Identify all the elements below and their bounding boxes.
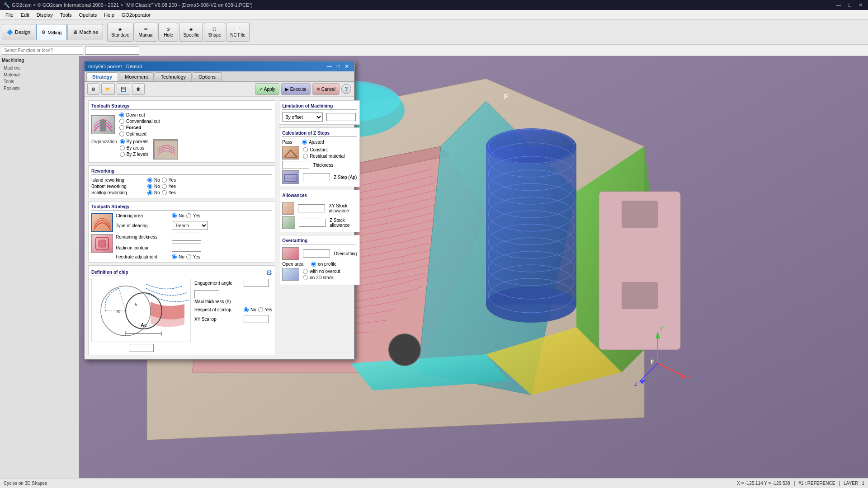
sidebar-item-machine[interactable]: Machine: [2, 65, 77, 71]
menu-display[interactable]: Display: [33, 11, 57, 19]
remaining-thickness-input[interactable]: 3.0000: [172, 233, 201, 241]
down-cut-label[interactable]: Down cut: [126, 113, 145, 117]
cancel-button[interactable]: ✕ Cancel: [312, 83, 340, 95]
xy-stock-input[interactable]: 0.0000: [298, 204, 325, 212]
residual-radio[interactable]: [303, 154, 308, 159]
conventional-cut-radio[interactable]: [119, 119, 124, 124]
apply-button[interactable]: ✓ Apply: [255, 83, 279, 95]
thickness-input[interactable]: 0.0000: [282, 161, 309, 169]
radii-contour-input[interactable]: 0.0000: [172, 244, 201, 252]
by-areas-radio[interactable]: [120, 145, 125, 150]
optimized-radio[interactable]: [119, 131, 124, 136]
island-no-radio[interactable]: [147, 178, 152, 183]
with-no-overcut-radio[interactable]: [303, 269, 308, 274]
by-z-levels-radio[interactable]: [120, 152, 125, 157]
on-profile-radio[interactable]: [311, 262, 316, 267]
maxi-thickness-input[interactable]: 0.1000: [194, 290, 219, 298]
feedrate-no-radio[interactable]: [172, 254, 177, 259]
type-clearing-select[interactable]: Trench Standard: [172, 221, 208, 230]
feedrate-yes-label[interactable]: Yes: [193, 254, 200, 259]
menu-go2operator[interactable]: GO2operator: [118, 11, 154, 19]
strategy-icon-1[interactable]: [91, 213, 113, 232]
ae-value-input[interactable]: 3.7500: [129, 344, 154, 352]
chip-settings-icon[interactable]: ⚙: [266, 268, 272, 277]
respect-yes-label[interactable]: Yes: [265, 307, 272, 312]
scallop-no-label[interactable]: No: [154, 190, 160, 195]
forced-radio[interactable]: [119, 125, 124, 130]
on-profile-label[interactable]: on profile: [318, 262, 336, 267]
optimized-label[interactable]: Optimized: [126, 131, 146, 136]
btn-manual[interactable]: ✏ Manual: [135, 23, 158, 42]
z-stock-input[interactable]: 0.0000: [299, 219, 326, 227]
bottom-yes-label[interactable]: Yes: [169, 184, 176, 189]
constant-label[interactable]: Constant: [310, 147, 328, 152]
tab-milling[interactable]: ⚙ Milling: [36, 24, 66, 40]
z-step-input[interactable]: 0.0000: [303, 173, 330, 181]
dialog-tab-technology[interactable]: Technology: [155, 72, 192, 81]
by-areas-label[interactable]: By areas: [127, 145, 144, 150]
respect-no-radio[interactable]: [244, 307, 249, 312]
sidebar-item-material[interactable]: Material: [2, 71, 77, 78]
search-input[interactable]: [2, 47, 83, 55]
xy-scallop-input[interactable]: 0.0000: [244, 315, 269, 323]
menu-help[interactable]: Help: [100, 11, 118, 19]
adjusted-radio[interactable]: [302, 140, 307, 145]
bottom-no-label[interactable]: No: [154, 184, 160, 189]
on-3d-stock-radio[interactable]: [303, 275, 308, 280]
respect-yes-radio[interactable]: [258, 307, 263, 312]
limitation-type-select[interactable]: By offset By contour: [282, 113, 323, 122]
respect-no-label[interactable]: No: [250, 307, 256, 312]
dialog-tab-options[interactable]: Options: [193, 72, 222, 81]
btn-specific[interactable]: ◈ Specific: [179, 23, 203, 42]
dialog-tab-strategy[interactable]: Strategy: [86, 72, 118, 81]
dialog-maximize-btn[interactable]: □: [335, 63, 341, 70]
help-button[interactable]: ?: [341, 84, 351, 94]
toolbar-settings-btn[interactable]: ⚙: [87, 83, 99, 95]
down-cut-radio[interactable]: [119, 113, 124, 117]
clearing-yes-radio[interactable]: [186, 213, 191, 218]
by-pockets-label[interactable]: By pockets: [127, 139, 149, 144]
menu-file[interactable]: File: [2, 11, 17, 19]
dialog-tab-movement[interactable]: Movement: [119, 72, 154, 81]
execute-button[interactable]: ▶ Execute: [281, 83, 311, 95]
by-z-levels-label[interactable]: By Z levels: [127, 152, 149, 157]
maximize-button[interactable]: □: [846, 2, 853, 8]
btn-nc-file[interactable]: 📄 NC File: [226, 23, 249, 42]
toolbar-delete-btn[interactable]: 🗑: [132, 83, 145, 95]
clearing-no-label[interactable]: No: [179, 213, 184, 218]
bottom-yes-radio[interactable]: [162, 184, 167, 189]
3d-viewport[interactable]: ⊕ 🔍 ↻ F: [79, 56, 868, 478]
menu-opelists[interactable]: Opelists: [75, 11, 100, 19]
tab-design[interactable]: 🔷 Design: [2, 24, 35, 40]
menu-tools[interactable]: Tools: [57, 11, 75, 19]
scallop-no-radio[interactable]: [147, 190, 152, 195]
search-input-2[interactable]: [85, 47, 139, 55]
bottom-no-radio[interactable]: [147, 184, 152, 189]
toolbar-open-btn[interactable]: 📂: [101, 83, 115, 95]
strategy-icon-2[interactable]: [91, 234, 113, 253]
sidebar-item-tools[interactable]: Tools: [2, 78, 77, 85]
residual-label[interactable]: Residual material: [310, 154, 344, 159]
by-pockets-radio[interactable]: [120, 139, 125, 144]
btn-standard[interactable]: ◈ Standard: [107, 23, 134, 42]
adjusted-label[interactable]: Ajusted: [309, 140, 324, 145]
island-yes-radio[interactable]: [162, 178, 167, 183]
on-3d-stock-label[interactable]: on 3D stock: [310, 275, 334, 280]
conventional-cut-label[interactable]: Conventional cut: [126, 119, 160, 124]
overcutting-input[interactable]: 0.0000: [303, 249, 330, 258]
island-no-label[interactable]: No: [154, 178, 160, 183]
tab-machine[interactable]: 🖥 Machine: [67, 24, 103, 40]
minimize-button[interactable]: —: [834, 2, 843, 8]
constant-radio[interactable]: [303, 147, 308, 152]
forced-label[interactable]: Forced: [126, 125, 141, 130]
engagement-angle-input[interactable]: 120.00: [244, 279, 269, 287]
limitation-offset-input[interactable]: 0.0000: [326, 113, 356, 121]
feedrate-no-label[interactable]: No: [179, 254, 184, 259]
btn-shape[interactable]: ⬡ Shape: [204, 23, 225, 42]
btn-hole[interactable]: ⊙ Hole: [158, 23, 178, 42]
toolbar-save-btn[interactable]: 💾: [117, 83, 130, 95]
dialog-close-btn[interactable]: ✕: [343, 63, 350, 70]
scallop-yes-label[interactable]: Yes: [169, 190, 176, 195]
clearing-no-radio[interactable]: [172, 213, 177, 218]
island-yes-label[interactable]: Yes: [169, 178, 176, 183]
